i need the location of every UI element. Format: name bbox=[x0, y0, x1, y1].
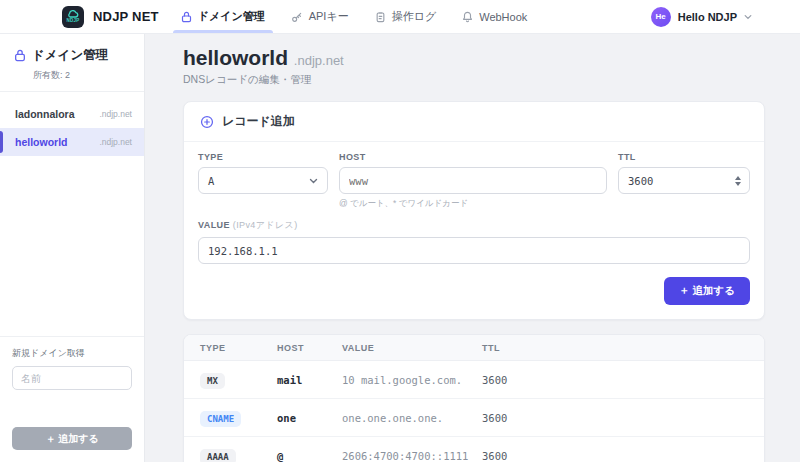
lock-icon bbox=[14, 49, 26, 62]
domain-list: ladonnalora .ndjp.net helloworld .ndjp.n… bbox=[0, 100, 144, 156]
clipboard-icon bbox=[375, 11, 386, 23]
table-header-row: TYPE HOST VALUE TTL bbox=[184, 335, 764, 361]
nav-item-domain-management[interactable]: ドメイン管理 bbox=[181, 0, 265, 33]
domain-suffix: .ndjp.net bbox=[99, 137, 132, 147]
divider bbox=[0, 91, 144, 92]
page-subtitle: DNSレコードの編集・管理 bbox=[183, 73, 765, 87]
domain-suffix: .ndjp.net bbox=[99, 109, 132, 119]
new-domain-label: 新規ドメイン取得 bbox=[12, 347, 132, 360]
record-type-badge: MX bbox=[200, 373, 225, 389]
record-ttl: 3600 bbox=[482, 450, 748, 462]
column-header-value: VALUE bbox=[342, 343, 482, 353]
key-icon bbox=[291, 11, 303, 23]
domain-name: ladonnalora bbox=[15, 108, 75, 120]
type-label: TYPE bbox=[198, 152, 328, 162]
nav-item-label: APIキー bbox=[309, 9, 349, 24]
nav-item-label: 操作ログ bbox=[392, 9, 437, 24]
chevron-down-icon bbox=[309, 178, 318, 184]
record-ttl: 3600 bbox=[482, 374, 748, 386]
step-up-icon[interactable] bbox=[735, 176, 741, 180]
top-navbar: NDJP NDJP NET ドメイン管理 APIキー bbox=[0, 0, 800, 34]
record-add-card: レコード追加 TYPE A HOST bbox=[183, 101, 765, 320]
value-label: VALUE (IPv4アドレス) bbox=[198, 219, 750, 232]
main-nav: ドメイン管理 APIキー 操作ログ WebHo bbox=[181, 0, 528, 33]
record-value: 10 mail.google.com. bbox=[342, 374, 482, 386]
type-select-value: A bbox=[208, 175, 214, 187]
owned-count: 所有数: 2 bbox=[33, 69, 130, 82]
user-name: Hello NDJP bbox=[678, 11, 737, 23]
records-table: TYPE HOST VALUE TTL MX mail 10 mail.goog… bbox=[183, 334, 765, 462]
record-type-badge: CNAME bbox=[200, 411, 241, 427]
host-label: HOST bbox=[339, 152, 607, 162]
nav-item-label: WebHook bbox=[479, 11, 527, 23]
logo-text: NDJP bbox=[66, 19, 79, 24]
column-header-type: TYPE bbox=[200, 343, 277, 353]
app-logo[interactable]: NDJP bbox=[62, 6, 84, 28]
record-value: 2606:4700:4700::1111 bbox=[342, 450, 482, 462]
ttl-label: TTL bbox=[618, 152, 750, 162]
sidebar: ドメイン管理 所有数: 2 ladonnalora .ndjp.net hell… bbox=[0, 34, 145, 462]
main-content: helloworld .ndjp.net DNSレコードの編集・管理 レコード追… bbox=[145, 34, 800, 462]
domain-title: helloworld bbox=[183, 46, 288, 69]
record-host: @ bbox=[277, 450, 342, 462]
column-header-ttl: TTL bbox=[482, 343, 748, 353]
record-host: one bbox=[277, 412, 342, 424]
record-host: mail bbox=[277, 374, 342, 386]
lock-icon bbox=[181, 11, 192, 23]
add-record-button[interactable]: ＋ 追加する bbox=[664, 277, 750, 305]
domain-name: helloworld bbox=[15, 136, 68, 148]
ttl-input[interactable] bbox=[618, 167, 750, 194]
step-down-icon[interactable] bbox=[735, 182, 741, 186]
table-row: CNAME one one.one.one.one. 3600 bbox=[184, 399, 764, 437]
nav-item-operation-log[interactable]: 操作ログ bbox=[375, 0, 437, 33]
sidebar-title: ドメイン管理 bbox=[32, 47, 108, 64]
record-value: one.one.one.one. bbox=[342, 412, 482, 424]
plus-circle-icon bbox=[200, 115, 214, 129]
record-add-title: レコード追加 bbox=[222, 113, 295, 130]
type-select[interactable]: A bbox=[198, 167, 328, 194]
domain-list-item-ladonnalora[interactable]: ladonnalora .ndjp.net bbox=[0, 100, 144, 128]
value-sublabel: (IPv4アドレス) bbox=[233, 220, 298, 230]
new-domain-section: 新規ドメイン取得 ＋ 追加する bbox=[0, 336, 144, 462]
table-row: AAAA @ 2606:4700:4700::1111 3600 bbox=[184, 437, 764, 462]
table-row: MX mail 10 mail.google.com. 3600 bbox=[184, 361, 764, 399]
record-ttl: 3600 bbox=[482, 412, 748, 424]
nav-item-label: ドメイン管理 bbox=[198, 9, 265, 24]
chevron-down-icon bbox=[744, 14, 752, 20]
page-title: helloworld .ndjp.net bbox=[183, 45, 765, 70]
ttl-stepper[interactable] bbox=[735, 176, 741, 186]
nav-item-api-key[interactable]: APIキー bbox=[291, 0, 349, 33]
domain-title-suffix: .ndjp.net bbox=[294, 53, 344, 68]
cloud-icon bbox=[67, 10, 79, 18]
record-type-badge: AAAA bbox=[200, 449, 236, 462]
user-menu[interactable]: He Hello NDJP bbox=[651, 7, 752, 27]
column-header-host: HOST bbox=[277, 343, 342, 353]
new-domain-input[interactable] bbox=[12, 366, 132, 390]
add-domain-button[interactable]: ＋ 追加する bbox=[12, 427, 132, 450]
nav-item-webhook[interactable]: WebHook bbox=[462, 0, 527, 33]
host-input[interactable] bbox=[339, 167, 607, 194]
value-input[interactable] bbox=[198, 237, 750, 264]
brand-name: NDJP NET bbox=[93, 9, 159, 24]
host-hint: @ でルート、* でワイルドカード bbox=[339, 198, 607, 210]
avatar: He bbox=[651, 7, 671, 27]
domain-list-item-helloworld[interactable]: helloworld .ndjp.net bbox=[0, 128, 144, 156]
bell-icon bbox=[462, 11, 473, 23]
